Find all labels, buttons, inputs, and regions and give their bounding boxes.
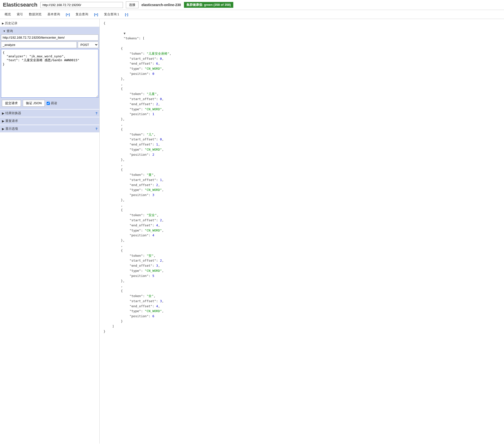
server-url-input[interactable] [40, 2, 123, 8]
token-field-end-6: "end_offset": 4, [104, 304, 500, 309]
collapse-tokens-icon[interactable]: ▼ [124, 32, 126, 35]
display-options-left: ▶ 显示选项 [2, 127, 18, 131]
token-separator-4: , [104, 243, 500, 248]
query-section-header[interactable]: ▼ 查询 [1, 28, 98, 34]
result-converter-section: ▶ 结果转换器 ? [0, 109, 99, 117]
token-close-1: }, [104, 117, 500, 122]
validate-json-button[interactable]: 验证 JSON [23, 100, 45, 107]
tab-compound-query-add[interactable]: [+] [91, 11, 101, 17]
tab-index[interactable]: 索引 [14, 11, 26, 18]
token-close-4: }, [104, 238, 500, 243]
connect-button[interactable]: 连接 [126, 1, 139, 8]
main-layout: ▶ 历史记录 ▼ 查询 POST GET PUT DELETE { "analy… [0, 19, 504, 444]
easyread-checkbox[interactable] [47, 102, 50, 105]
token-field-end-0: "end_offset": 6, [104, 61, 500, 66]
display-options-label: 显示选项 [5, 127, 18, 131]
repeat-request-header[interactable]: ▶ 重复请求 [0, 117, 99, 125]
json-output: { ▼ "tokens": [ { "token": "儿童安全座椅", "st… [104, 21, 500, 334]
token-field-token-2: "token": "儿", [104, 132, 500, 137]
token-close-5: }, [104, 279, 500, 284]
token-field-type-5: "type": "CN_WORD", [104, 268, 500, 273]
token-close-2: }, [104, 157, 500, 162]
token-field-type-3: "type": "CN_WORD", [104, 188, 500, 193]
token-field-type-4: "type": "CN_WORD", [104, 228, 500, 233]
json-close-brace: } [104, 329, 500, 334]
submit-button[interactable]: 提交请求 [2, 100, 21, 107]
token-field-end-5: "end_offset": 3, [104, 263, 500, 268]
query-actions: 提交请求 验证 JSON 易读 [1, 98, 98, 108]
instance-name: elasticsearch-online-230 [142, 3, 181, 7]
header: Elasticsearch 连接 elasticsearch-online-23… [0, 0, 504, 10]
tab-basic-query-add[interactable]: [+] [63, 11, 72, 17]
tab-compound-query-1-remove[interactable]: [-] [122, 11, 131, 17]
token-field-start-0: "start_offset": 0, [104, 56, 500, 61]
token-field-token-5: "token": "安", [104, 253, 500, 258]
token-field-start-1: "start_offset": 0, [104, 97, 500, 102]
left-panel: ▶ 历史记录 ▼ 查询 POST GET PUT DELETE { "analy… [0, 19, 100, 444]
query-arrow-icon: ▼ [3, 30, 6, 33]
app-logo: Elasticsearch [3, 2, 37, 8]
query-url-input[interactable] [1, 34, 98, 41]
display-options-header[interactable]: ▶ 显示选项 ? [0, 125, 99, 132]
token-open-4: { [104, 208, 500, 213]
easyread-checkbox-label[interactable]: 易读 [47, 101, 57, 105]
token-field-position-0: "position": 0 [104, 71, 500, 77]
tab-compound-query-1[interactable]: 复合查询 1 [101, 11, 122, 18]
query-path-input[interactable] [1, 42, 77, 48]
token-field-end-1: "end_offset": 2, [104, 102, 500, 107]
token-field-end-3: "end_offset": 2, [104, 183, 500, 188]
token-open-6: { [104, 289, 500, 294]
repeat-request-label: 重复请求 [5, 119, 18, 123]
token-open-1: { [104, 86, 500, 92]
token-field-position-5: "position": 5 [104, 273, 500, 279]
token-field-position-1: "position": 1 [104, 112, 500, 117]
query-body-textarea[interactable]: { "analyzer": "ik_max_word_syno", "text"… [1, 49, 98, 98]
token-field-start-2: "start_offset": 0, [104, 137, 500, 142]
cluster-health-badge: 集群健康值: green (358 of 358) [184, 2, 234, 8]
tab-overview[interactable]: 概览 [2, 11, 14, 18]
query-section: ▼ 查询 POST GET PUT DELETE { "analyzer": "… [0, 27, 99, 109]
token-open-0: { [104, 46, 500, 51]
result-converter-left: ▶ 结果转换器 [2, 111, 21, 115]
token-separator-2: , [104, 162, 500, 167]
token-separator-0: , [104, 82, 500, 87]
result-converter-header[interactable]: ▶ 结果转换器 ? [0, 110, 99, 117]
display-options-help-icon[interactable]: ? [95, 127, 97, 131]
easyread-label: 易读 [51, 101, 57, 105]
right-panel: { ▼ "tokens": [ { "token": "儿童安全座椅", "st… [100, 19, 504, 444]
repeat-request-section: ▶ 重复请求 [0, 117, 99, 125]
tab-compound-query[interactable]: 复合查询 [73, 11, 91, 18]
nav-tabs: 概览 索引 数据浏览 基本查询 [+] 复合查询 [+] 复合查询 1 [-] [0, 10, 504, 19]
token-field-end-2: "end_offset": 1, [104, 142, 500, 147]
token-open-3: { [104, 167, 500, 172]
token-close-6: } [104, 319, 500, 324]
token-open-2: { [104, 127, 500, 132]
token-field-token-4: "token": "安全", [104, 213, 500, 218]
history-label: 历史记录 [5, 21, 18, 26]
token-separator-5: , [104, 283, 500, 289]
result-converter-arrow-icon: ▶ [2, 111, 4, 115]
query-method-select[interactable]: POST GET PUT DELETE [78, 42, 98, 48]
json-tokens-array-close: ] [104, 324, 500, 329]
token-field-start-4: "start_offset": 2, [104, 218, 500, 223]
token-separator-1: , [104, 122, 500, 127]
repeat-request-left: ▶ 重复请求 [2, 119, 18, 123]
token-field-position-2: "position": 2 [104, 152, 500, 157]
token-field-token-6: "token": "全", [104, 294, 500, 299]
token-field-end-4: "end_offset": 4, [104, 223, 500, 228]
token-separator-3: , [104, 203, 500, 208]
history-section-header[interactable]: ▶ 历史记录 [0, 20, 99, 27]
token-field-type-1: "type": "CN_WORD", [104, 107, 500, 112]
token-field-start-3: "start_offset": 1, [104, 178, 500, 183]
token-close-0: }, [104, 77, 500, 82]
json-open-brace: { [104, 21, 500, 26]
token-field-type-2: "type": "CN_WORD", [104, 147, 500, 152]
tab-data-browse[interactable]: 数据浏览 [26, 11, 44, 18]
token-field-token-3: "token": "童", [104, 172, 500, 178]
token-field-token-1: "token": "儿童", [104, 92, 500, 97]
result-converter-help-icon[interactable]: ? [95, 111, 97, 115]
token-field-start-6: "start_offset": 3, [104, 299, 500, 304]
tab-basic-query[interactable]: 基本查询 [45, 11, 63, 18]
token-field-type-0: "type": "CN_WORD", [104, 66, 500, 71]
token-field-type-6: "type": "CN_WORD", [104, 309, 500, 314]
